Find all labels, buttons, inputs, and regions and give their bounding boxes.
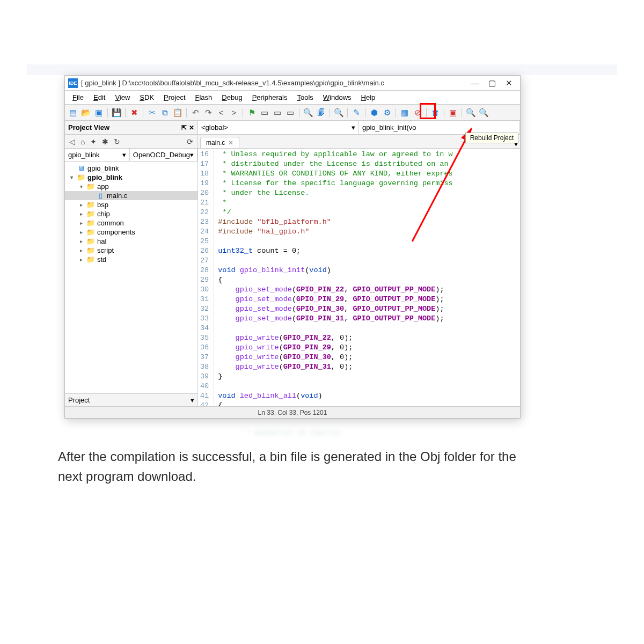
copy-icon[interactable]: ⧉ xyxy=(159,107,171,119)
build-icon[interactable]: ⚙ xyxy=(381,107,393,119)
stop-build-icon[interactable]: ⊘ xyxy=(412,107,423,119)
close-button[interactable]: ✕ xyxy=(506,78,513,88)
tree-label: main.c xyxy=(107,192,127,200)
sidebar-nav-icon-4[interactable]: ↻ xyxy=(114,137,120,146)
project-config-selector: gpio_blink ▾ OpenOCD_Debug ▾ xyxy=(65,149,197,162)
chevron-down-icon[interactable]: ▾ xyxy=(191,396,194,404)
tree-item-script[interactable]: ▸📁script xyxy=(65,246,197,255)
redo-icon[interactable]: ↷ xyxy=(202,107,214,119)
ghost-background: * WARRANTIES OR CONDITIO xyxy=(247,429,340,437)
menu-windows[interactable]: Windows xyxy=(319,92,356,103)
sidebar-nav-icon-0[interactable]: ◁ xyxy=(69,137,75,146)
panel-close-icon[interactable]: ✕ xyxy=(189,124,194,131)
scope-dropdown[interactable]: <global> ▾ xyxy=(198,121,359,134)
package-icon[interactable]: ⬢ xyxy=(368,107,380,119)
statusbar: Ln 33, Col 33, Pos 1201 xyxy=(65,406,520,418)
sidebar-nav-icons: ◁⌂✦✱↻⟳ xyxy=(65,135,197,149)
folder-icon: 📁 xyxy=(77,173,85,181)
sidebar-nav-icon-3[interactable]: ✱ xyxy=(102,137,108,146)
cursor-position: Ln 33, Col 33, Pos 1201 xyxy=(258,409,327,416)
project-view-title: Project View xyxy=(68,123,109,131)
tab-label: main.c xyxy=(206,139,225,147)
folder-icon: 📁 xyxy=(86,201,95,209)
tree-item-main-c[interactable]: ▯main.c xyxy=(65,191,197,200)
search-icon[interactable]: 🔍 xyxy=(302,107,314,119)
bm3-icon[interactable]: ▭ xyxy=(284,107,296,119)
editor-area: main.c ✕ ▾ 16171819202122232425262728293… xyxy=(198,135,520,406)
chevron-down-icon: ▾ xyxy=(122,151,126,159)
menu-debug[interactable]: Debug xyxy=(217,92,246,103)
flash-icon[interactable]: ▣ xyxy=(447,107,459,119)
sidebar-nav-icon-1[interactable]: ⌂ xyxy=(80,137,85,146)
zoom-out-icon[interactable]: 🔍 xyxy=(478,107,489,119)
menu-flash[interactable]: Flash xyxy=(191,92,217,103)
paste-icon[interactable]: 📋 xyxy=(172,107,184,119)
menu-file[interactable]: File xyxy=(68,92,88,103)
bm2-icon[interactable]: ▭ xyxy=(272,107,283,119)
chevron-down-icon: ▾ xyxy=(352,123,355,131)
save-icon[interactable]: ▣ xyxy=(93,107,105,119)
zoom-in-icon[interactable]: 🔍 xyxy=(465,107,477,119)
titlebar: IDE [ gpio_blink ] D:\xcc\tools\bouffalo… xyxy=(65,76,520,91)
tree-item-components[interactable]: ▸📁components xyxy=(65,228,197,237)
rebuild-project-button[interactable]: ▦ xyxy=(399,107,411,119)
bookmark-flag-icon[interactable]: ⚑ xyxy=(246,107,258,119)
tree-label: hal xyxy=(97,237,106,245)
tree-item-std[interactable]: ▸📁std xyxy=(65,255,197,264)
bm1-icon[interactable]: ▭ xyxy=(259,107,270,119)
function-value: gpio_blink_init(vo xyxy=(362,123,416,131)
tree-label: common xyxy=(97,219,124,227)
tree-item-app[interactable]: ▾📁app xyxy=(65,182,197,191)
forward-icon[interactable]: > xyxy=(228,107,240,119)
code-content[interactable]: * Unless required by applicable law or a… xyxy=(214,149,457,406)
c-file-icon: ▯ xyxy=(96,192,105,200)
line-gutter: 1617181920212223242526272829303132333435… xyxy=(198,149,214,406)
undo-icon[interactable]: ↶ xyxy=(189,107,201,119)
open-folder-icon[interactable]: 📂 xyxy=(80,107,92,119)
project-tree[interactable]: 🖥gpio_blink▾📁gpio_blink▾📁app▯main.c▸📁bsp… xyxy=(65,162,197,393)
sidebar-nav-icon-2[interactable]: ✦ xyxy=(90,137,97,146)
menu-edit[interactable]: Edit xyxy=(89,92,109,103)
menu-project[interactable]: Project xyxy=(159,92,189,103)
tree-label: app xyxy=(97,182,109,191)
editor-tab-main[interactable]: main.c ✕ xyxy=(200,137,239,148)
config-dropdown[interactable]: OpenOCD_Debug ▾ xyxy=(130,149,197,161)
tree-item-common[interactable]: ▸📁common xyxy=(65,218,197,228)
menu-peripherals[interactable]: Peripherals xyxy=(248,92,292,103)
menu-tools[interactable]: Tools xyxy=(292,92,317,103)
pin-icon[interactable]: ⇱ xyxy=(181,124,187,131)
minimize-button[interactable]: — xyxy=(471,78,479,88)
tree-item-gpio_blink[interactable]: 🖥gpio_blink xyxy=(65,164,197,173)
delete-icon[interactable]: ✖ xyxy=(128,107,140,119)
tree-item-bsp[interactable]: ▸📁bsp xyxy=(65,200,197,209)
rebuild-tooltip: Rebuild Project xyxy=(465,133,518,143)
download-icon[interactable]: 🗑 xyxy=(429,107,441,119)
find-files-icon[interactable]: 🗐 xyxy=(315,107,327,119)
tree-item-gpio_blink[interactable]: ▾📁gpio_blink xyxy=(65,173,197,182)
tree-item-hal[interactable]: ▸📁hal xyxy=(65,237,197,246)
menu-help[interactable]: Help xyxy=(357,92,380,103)
highlight-icon[interactable]: ✎ xyxy=(350,107,362,119)
project-value: gpio_blink xyxy=(68,151,100,159)
cut-icon[interactable]: ✂ xyxy=(146,107,158,119)
code-view[interactable]: 1617181920212223242526272829303132333435… xyxy=(198,149,520,406)
chevron-down-icon: ▾ xyxy=(190,151,194,159)
function-dropdown[interactable]: gpio_blink_init(vo Rebuild Project xyxy=(359,121,520,134)
tab-close-icon[interactable]: ✕ xyxy=(228,139,233,147)
menu-view[interactable]: View xyxy=(111,92,134,103)
maximize-button[interactable]: ▢ xyxy=(488,78,496,88)
zoom-icon[interactable]: 🔍 xyxy=(333,107,345,119)
menubar: FileEditViewSDKProjectFlashDebugPeripher… xyxy=(65,91,520,105)
menu-sdk[interactable]: SDK xyxy=(135,92,158,103)
back-icon[interactable]: < xyxy=(215,107,227,119)
new-file-icon[interactable]: ▤ xyxy=(67,107,79,119)
ide-window: IDE [ gpio_blink ] D:\xcc\tools\bouffalo… xyxy=(64,75,521,419)
folder-icon: 📁 xyxy=(86,228,95,236)
tree-label: components xyxy=(97,228,135,236)
toolbar: ▤ 📂 ▣ 💾 ✖ ✂ ⧉ 📋 ↶ ↷ < > ⚑ ▭ ▭ ▭ 🔍 🗐 🔍 ✎ … xyxy=(65,105,520,121)
project-icon: 🖥 xyxy=(77,164,85,172)
tree-item-chip[interactable]: ▸📁chip xyxy=(65,209,197,218)
save-all-icon[interactable]: 💾 xyxy=(111,107,122,119)
refresh-icon[interactable]: ⟳ xyxy=(187,137,193,146)
project-dropdown[interactable]: gpio_blink ▾ xyxy=(65,149,130,161)
